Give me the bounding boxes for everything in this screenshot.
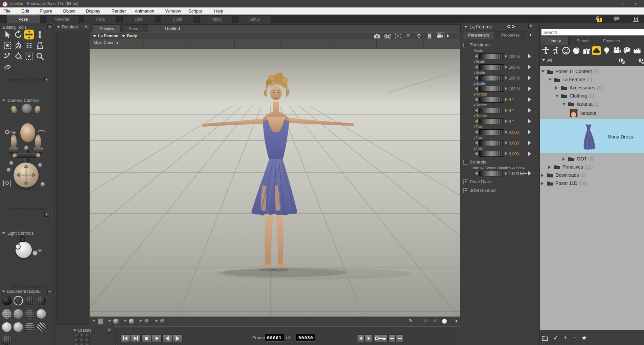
collapse-section-button[interactable]: − (463, 160, 468, 165)
library-category-hair[interactable] (572, 46, 581, 55)
dial-increase-arrow[interactable] (505, 141, 507, 145)
translate-in-out-tool[interactable] (35, 30, 45, 39)
photo-camera-icon[interactable] (373, 33, 381, 39)
content-stats-icon[interactable] (632, 15, 639, 23)
library-category-lights[interactable] (602, 46, 611, 55)
display-style-preview-style[interactable] (2, 336, 12, 345)
display-style-cartoon-lined[interactable] (25, 322, 34, 332)
renders-list-area[interactable] (56, 31, 89, 325)
minimize-button[interactable]: – (607, 1, 617, 7)
add-library-icon[interactable] (618, 57, 626, 64)
apply-check-icon[interactable]: ✓ (552, 334, 559, 342)
library-folder-row[interactable]: Poser 11D[18] (540, 179, 644, 188)
panel-collapse-button[interactable] (44, 212, 49, 217)
menu-file[interactable]: File (1, 8, 13, 14)
library-folder-row[interactable]: Clothing[2] (540, 92, 644, 100)
select-tool[interactable] (3, 30, 12, 39)
panel-divider[interactable] (8, 208, 46, 210)
expand-section-button[interactable]: + (463, 188, 468, 193)
ui-dot[interactable] (80, 338, 85, 343)
room-tab-pose[interactable]: Pose (7, 15, 40, 23)
camera-small-ball-icon[interactable] (41, 182, 45, 187)
library-category-hands[interactable] (582, 46, 591, 55)
dial-value[interactable]: 0 ° (509, 119, 514, 124)
library-category-poses[interactable] (551, 46, 560, 55)
dial-slider[interactable] (479, 108, 504, 113)
stop-button[interactable] (141, 335, 151, 342)
dial-decrease-arrow[interactable] (475, 87, 478, 91)
dial-decrease-arrow[interactable] (475, 171, 478, 175)
dial-slider[interactable] (479, 151, 504, 157)
parameters-tab-parameters[interactable]: Parameters (463, 31, 494, 39)
total-frames-field[interactable]: 00030 (296, 334, 315, 341)
previous-frame-button[interactable] (162, 335, 172, 342)
dial-decrease-arrow[interactable] (475, 65, 478, 69)
ui-dots-collapse-icon[interactable] (73, 329, 76, 331)
dial-slider[interactable] (479, 140, 504, 146)
visibility-key-icon[interactable] (520, 171, 527, 176)
library-folder-row[interactable]: Downloads[0] (540, 171, 644, 179)
dial-increase-arrow[interactable] (505, 171, 507, 175)
dial-options-arrow[interactable] (528, 65, 531, 69)
dial-decrease-arrow[interactable] (475, 98, 478, 102)
more-arrow-icon[interactable] (447, 34, 449, 38)
current-camera-icon[interactable] (436, 33, 444, 39)
panel-divider[interactable] (10, 285, 47, 288)
library-folder-row[interactable]: Primitives[12] (540, 163, 644, 171)
room-tab-cloth[interactable]: Cloth (161, 15, 194, 23)
camera-rotate-ring-icon[interactable] (37, 129, 45, 135)
dial-slider[interactable] (479, 75, 504, 81)
style-dropdown-icon[interactable] (123, 320, 127, 322)
renders-collapse-icon[interactable] (57, 26, 60, 28)
dial-value[interactable]: 0.000 (509, 141, 519, 146)
camera-controls-collapse-icon[interactable] (2, 100, 5, 102)
collapse-arrow-icon[interactable] (562, 103, 566, 105)
menu-object[interactable]: Object (61, 8, 78, 14)
first-frame-button[interactable] (120, 335, 130, 342)
room-tab-fitting[interactable]: Fitting (200, 15, 232, 23)
light-knob-left[interactable] (15, 244, 21, 250)
dial-slider[interactable] (479, 64, 504, 70)
camera-head-icon[interactable] (20, 123, 35, 142)
camera-fly-icon[interactable] (3, 180, 12, 186)
library-root-row[interactable]: All (540, 57, 644, 65)
style-dropdown-icon[interactable] (139, 320, 142, 322)
dial-slider[interactable] (479, 129, 504, 135)
dial-increase-arrow[interactable] (505, 54, 507, 58)
expand-arrow-icon[interactable] (541, 174, 544, 177)
display-style-flat-shaded[interactable] (14, 309, 23, 319)
dial-options-arrow[interactable] (528, 108, 531, 113)
renders-menu-button[interactable] (84, 25, 89, 29)
camera-plan-hand-right-icon[interactable] (35, 135, 41, 148)
dial-increase-arrow[interactable] (505, 119, 507, 123)
delete-keyframe-button[interactable] (396, 335, 404, 342)
shaded-style-picker[interactable] (129, 319, 134, 324)
dial-increase-arrow[interactable] (505, 65, 507, 69)
display-style-outline[interactable] (14, 296, 23, 305)
expand-arrow-icon[interactable] (541, 182, 544, 185)
camera-plan-hand-left-icon[interactable] (11, 135, 17, 148)
dial-decrease-arrow[interactable] (475, 152, 478, 156)
style-dropdown-icon[interactable] (92, 320, 96, 322)
display-style-flat-lined[interactable] (25, 309, 34, 319)
dial-options-arrow[interactable] (528, 141, 531, 145)
dial-decrease-arrow[interactable] (475, 108, 478, 112)
document-display-collapse-icon[interactable] (2, 290, 5, 293)
edit-pencil-icon[interactable]: ✎ (409, 318, 413, 324)
viewport-tab-preview[interactable]: Preview (93, 24, 121, 33)
library-item[interactable]: karanta (540, 108, 644, 118)
library-search-input[interactable] (541, 29, 644, 36)
ui-dots-menu-button[interactable] (107, 328, 112, 332)
camera-hand-right-icon[interactable] (34, 105, 41, 114)
library-folder-row[interactable]: La Femme[2] (540, 76, 644, 84)
dial-value[interactable]: 1.000 (509, 171, 519, 176)
add-keyframe-button[interactable] (388, 335, 396, 342)
favorite-star-icon[interactable]: ★ (580, 334, 588, 342)
tracking-dot-2[interactable] (433, 319, 438, 324)
display-style-hidden-line[interactable] (37, 296, 46, 305)
collapse-section-button[interactable]: − (463, 43, 468, 47)
room-tab-face[interactable]: Face (84, 15, 117, 23)
close-button[interactable]: × (630, 1, 641, 7)
display-style-smooth-lined[interactable] (2, 322, 12, 332)
actor-menu[interactable]: Body (122, 34, 137, 39)
